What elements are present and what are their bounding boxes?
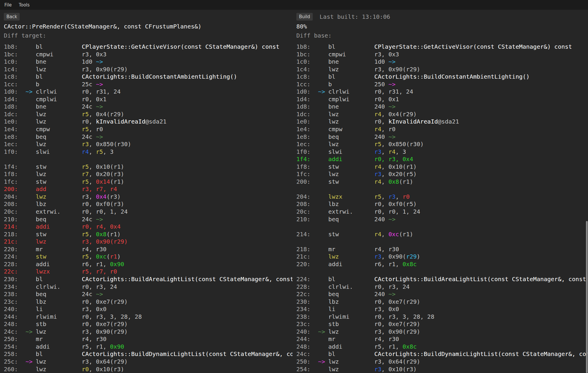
asm-row[interactable]: 1d8:bne24c ~> [0,103,293,111]
asm-row[interactable]: 238:rlwimir0, r3, 3, 28, 28 [293,313,588,321]
asm-row[interactable]: 248:addir5, r1, 0x8c [293,343,588,351]
asm-row[interactable]: 224:blCActorLights::BuildAreaLightList(c… [293,276,588,283]
asm-row[interactable]: 1c0:bne1d0 ~> [293,58,588,66]
asm-row[interactable]: 1dc:lwzr5, 0x4(r29) [0,111,293,118]
branch-arrow-icon: ~> [318,88,325,96]
asm-row[interactable]: 1c4:lwzr3, 0x90(r29) [293,66,588,73]
asm-row[interactable]: 204:lwzr3, 0x4(r3) [0,193,293,201]
asm-row[interactable]: 204:lwzxr5, r3, r0 [293,193,588,201]
asm-row[interactable]: 1d0:~>clrlwir0, r31, 24 [293,88,588,96]
asm-row[interactable]: 21c:lwzr3, 0x90(r29) [0,238,293,246]
asm-mnemonic: lwz [36,111,46,118]
asm-row[interactable]: 240:lir3, 0x0 [0,306,293,313]
asm-row[interactable]: 1f0:slwir4, r5, 3 [0,148,293,156]
asm-address: 1dc: [4,111,18,118]
asm-row[interactable]: 218:stwr5, 0x8(r1) [0,231,293,238]
asm-row[interactable]: 1f8:stwr4, 0x10(r1) [293,163,588,171]
asm-row[interactable]: 1e4:cmpwr5, r0 [0,126,293,133]
asm-row[interactable]: 1f4:addir0, r3, 0x4 [293,156,588,163]
asm-row[interactable]: 23c:stbr0, 0xe7(r29) [293,320,588,328]
asm-row[interactable]: 214:stwr4, 0xc(r1) [293,231,588,238]
asm-row[interactable]: 1d0:~>clrlwir0, r31, 24 [0,88,293,96]
menu-file[interactable]: File [0,0,15,10]
asm-row[interactable]: 200:stwr4, 0x8(r1) [293,178,588,186]
asm-row[interactable]: 248:stbr0, 0xe7(r29) [0,320,293,328]
asm-row[interactable]: 234:lir3, 0x0 [293,306,588,313]
asm-row[interactable]: 20c:extrwi.r0, r0, 1, 24 [0,208,293,216]
asm-row[interactable]: 258:blCActorLights::BuildDynamicLightLis… [0,350,293,358]
asm-row[interactable]: 208:lbzr0, 0xf0(r5) [293,200,588,208]
asm-address: 224: [4,253,18,261]
asm-row[interactable]: 1ec:lwzr5, 0x850(r30) [293,141,588,148]
asm-row[interactable]: 1cc:b250 ~> [293,81,588,88]
asm-row[interactable]: 22c:lwzxr5, r7, r0 [0,268,293,276]
asm-row[interactable]: 24c:blCActorLights::BuildDynamicLightLis… [293,350,588,358]
asm-mnemonic: mr [36,246,43,253]
asm-row[interactable]: 200:addr3, r7, r4 [0,185,293,193]
asm-address: 20c: [296,208,310,216]
asm-row[interactable]: 228:clrlwi.r0, r3, 24 [293,283,588,291]
build-button[interactable]: Build [296,13,313,21]
asm-row[interactable]: 210:beq240 ~> [293,216,588,223]
menu-tools[interactable]: Tools [15,0,33,10]
asm-row[interactable]: 250:~>lwzr3, 0x64(r29) [293,358,588,366]
asm-row[interactable]: 1e0:lwzr0, kInvalidAreaId@sda21 [0,118,293,126]
asm-row[interactable]: 1f4:stwr5, 0x10(r1) [0,163,293,171]
asm-row[interactable]: 1d4:cmplwir0, 0x1 [0,96,293,103]
scrollbar-thumb[interactable] [586,221,588,373]
asm-row[interactable]: 1f8:lwzr7, 0x20(r3) [0,171,293,178]
asm-row[interactable]: 260:lwzr0, 0x10(r3) [0,366,293,373]
asm-row[interactable]: 1dc:lwzr4, 0x4(r29) [293,111,588,118]
asm-row[interactable]: 1c4:lwzr3, 0x90(r29) [0,66,293,73]
asm-row[interactable]: 1fc:lwzr3, 0x20(r5) [293,171,588,178]
asm-row[interactable]: 1c8:blCActorLights::BuildConstantAmbient… [293,73,588,81]
asm-row[interactable]: 24c:~>lwzr3, 0x90(r29) [0,328,293,336]
asm-row[interactable]: 218:mrr4, r30 [293,246,588,253]
asm-row[interactable]: 1d8:bne240 ~> [293,103,588,111]
asm-row[interactable]: 238:beq24c ~> [0,291,293,298]
asm-row[interactable]: 1cc:b25c ~> [0,81,293,88]
asm-row[interactable]: 228:addir6, r1, 0x90 [0,261,293,268]
asm-operands: r4, r30 [374,335,399,343]
asm-row[interactable]: 25c:~>lwzr3, 0x64(r29) [0,358,293,366]
asm-row[interactable]: 1c0:bne1d0 ~> [0,58,293,66]
asm-row[interactable]: 220:addir6, r1, 0x8c [293,261,588,268]
asm-row[interactable]: 1b8:blCPlayerState::GetActiveVisor(const… [293,43,588,51]
asm-row[interactable]: 214:addir0, r4, 0x4 [0,223,293,231]
asm-row[interactable]: 1fc:stwr5, 0x14(r1) [0,178,293,186]
asm-row[interactable]: 20c:extrwi.r0, r0, 1, 24 [293,208,588,216]
asm-row[interactable]: 224:stwr5, 0xc(r1) [0,253,293,261]
asm-row[interactable]: 1e0:lwzr0, kInvalidAreaId@sda21 [293,118,588,126]
asm-row[interactable]: 1b8:blCPlayerState::GetActiveVisor(const… [0,43,293,51]
asm-row[interactable]: 1d4:cmplwir0, 0x1 [293,96,588,103]
asm-row[interactable]: 208:lbzr0, 0xf0(r3) [0,200,293,208]
asm-operands: r5, 0x4(r29) [82,111,124,118]
asm-row[interactable]: 1c8:blCActorLights::BuildConstantAmbient… [0,73,293,81]
asm-row[interactable]: 1ec:lwzr3, 0x850(r30) [0,141,293,148]
asm-row[interactable]: 244:rlwimir0, r3, 3, 28, 28 [0,313,293,321]
asm-row[interactable]: 1e8:beq240 ~> [293,133,588,141]
asm-row[interactable]: 230:lbzr0, 0xe7(r29) [293,298,588,306]
asm-row[interactable]: 250:mrr4, r30 [0,335,293,343]
asm-row[interactable]: 234:clrlwi.r0, r3, 24 [0,283,293,291]
asm-row[interactable]: 1e4:cmpwr4, r0 [293,126,588,133]
asm-row[interactable]: 1e8:beq24c ~> [0,133,293,141]
asm-row[interactable]: 244:mrr4, r30 [293,335,588,343]
asm-row[interactable]: 210:beq24c ~> [0,216,293,223]
asm-row[interactable]: 21c:lwzr3, 0x90(r29) [293,253,588,261]
asm-row[interactable]: 254:addir5, r1, 0x90 [0,343,293,351]
asm-row[interactable]: 230:blCActorLights::BuildAreaLightList(c… [0,276,293,283]
asm-row[interactable]: 23c:lbzr0, 0xe7(r29) [0,298,293,306]
asm-row[interactable]: 1bc:cmpwir3, 0x3 [0,51,293,58]
target-header: Back CActor::PreRender(CStateManager&, c… [4,10,291,43]
asm-row[interactable]: 1bc:cmpwir3, 0x3 [293,51,588,58]
asm-row[interactable]: 1f0:slwir3, r4, 3 [293,148,588,156]
asm-mnemonic: lwz [328,66,339,73]
asm-row[interactable]: 22c:beq240 ~> [293,291,588,298]
asm-row[interactable]: 240:~>lwzr3, 0x90(r29) [293,328,588,336]
back-button[interactable]: Back [4,13,20,21]
asm-mnemonic: lwz [36,238,46,246]
asm-operands: r3, 0x90(r29) [374,328,420,336]
asm-row[interactable]: 220:mrr4, r30 [0,246,293,253]
asm-row[interactable]: 254:lwzr3, 0x10(r3) [293,366,588,373]
